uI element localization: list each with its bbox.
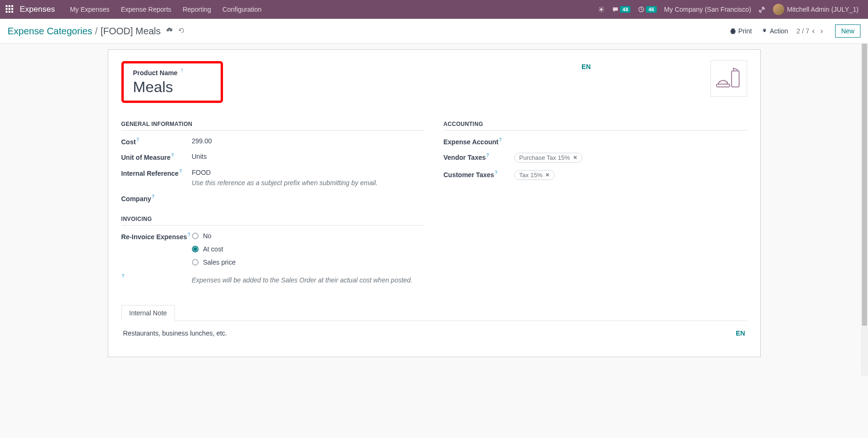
user-name: Mitchell Admin (JULY_1) [787,6,859,13]
pager-value[interactable]: 2 / 7 [796,27,809,35]
help-icon[interactable]: ? [151,194,154,199]
customer-tax-tag: Tax 15%✕ [514,170,555,180]
svg-point-5 [724,81,725,82]
internal-note-text[interactable]: Restaurants, business lunches, etc. [123,329,736,337]
print-button[interactable]: Print [725,27,757,35]
nav-configuration[interactable]: Configuration [217,6,267,13]
help-icon[interactable]: ? [180,68,183,73]
messaging-icon[interactable]: 48 [608,6,634,13]
radio-at-cost[interactable]: At cost [192,245,425,253]
pager-next-icon[interactable]: › [818,27,826,35]
remove-tag-icon[interactable]: ✕ [545,172,549,178]
control-bar: Expense Categories / [FOOD] Meals Print … [0,19,868,44]
user-menu[interactable]: Mitchell Admin (JULY_1) [769,4,862,15]
vendor-tax-tag: Purchase Tax 15%✕ [514,153,582,163]
breadcrumb-sep: / [95,26,98,37]
help-icon[interactable]: ? [179,169,182,174]
tab-internal-note[interactable]: Internal Note [121,305,175,321]
cost-label: Cost [121,138,136,145]
activities-icon[interactable]: 46 [634,6,660,13]
internal-ref-value[interactable]: FOOD [192,169,425,176]
tab-content: Restaurants, business lunches, etc. EN [121,321,747,345]
cost-value[interactable]: 299.00 [192,137,425,145]
breadcrumb: Expense Categories / [FOOD] Meals [8,26,160,37]
uom-value[interactable]: Units [192,153,425,160]
tools-icon[interactable] [755,6,769,13]
nav-my-expenses[interactable]: My Expenses [64,6,115,13]
internal-ref-hint: Use this reference as a subject prefix w… [192,179,425,187]
apps-icon[interactable] [6,5,14,14]
reinvoice-hint: Expenses will be added to the Sales Orde… [192,276,425,284]
vendor-taxes-field[interactable]: Purchase Tax 15%✕ [514,153,747,163]
scrollbar-track[interactable] [861,44,868,376]
note-language-toggle[interactable]: EN [736,329,745,337]
product-name-value[interactable]: Meals [133,78,183,96]
scrollbar-thumb[interactable] [862,44,867,326]
section-accounting: ACCOUNTING [444,121,747,131]
uom-label: Unit of Measure [121,154,171,161]
debug-icon[interactable] [594,6,608,13]
right-column: ACCOUNTING Expense Account? Vendor Taxes… [444,117,747,291]
section-invoicing: INVOICING [121,216,425,226]
help-icon[interactable]: ? [122,274,125,279]
nav-expense-reports[interactable]: Expense Reports [115,6,177,13]
radio-no[interactable]: No [192,232,425,240]
product-name-block[interactable]: Product Name ? Meals [121,61,223,103]
help-icon[interactable]: ? [136,137,139,142]
top-navbar: Expenses My Expenses Expense Reports Rep… [0,0,868,19]
customer-taxes-label: Customer Taxes [444,171,494,179]
notebook-tabs: Internal Note [121,305,747,321]
new-button[interactable]: New [835,24,860,38]
help-icon[interactable]: ? [486,153,489,158]
svg-point-6 [725,82,726,83]
help-icon[interactable]: ? [171,153,174,158]
help-icon[interactable]: ? [494,170,497,175]
section-general: GENERAL INFORMATION [121,121,425,131]
language-toggle[interactable]: EN [581,63,590,70]
messaging-badge: 48 [620,6,630,13]
cloud-save-icon[interactable] [166,27,173,35]
app-title[interactable]: Expenses [20,5,55,14]
nav-reporting[interactable]: Reporting [177,6,217,13]
pager-prev-icon[interactable]: ‹ [809,27,817,35]
customer-taxes-field[interactable]: Tax 15%✕ [514,170,747,180]
reinvoice-label: Re-Invoice Expenses [121,233,187,240]
remove-tag-icon[interactable]: ✕ [573,155,577,161]
svg-point-4 [721,82,722,83]
company-label: Company [121,195,151,203]
help-icon[interactable]: ? [499,137,502,142]
svg-point-0 [600,8,602,10]
expense-account-label: Expense Account [444,138,499,145]
vendor-taxes-label: Vendor Taxes [444,154,486,161]
activities-badge: 46 [646,6,656,13]
left-column: GENERAL INFORMATION Cost? 299.00 Unit of… [121,117,425,291]
product-image[interactable] [710,60,747,97]
breadcrumb-current: [FOOD] Meals [101,26,161,37]
svg-rect-3 [732,71,739,87]
avatar [773,4,784,15]
internal-ref-label: Internal Reference [121,170,179,177]
reinvoice-radio-group: No At cost Sales price [192,232,425,266]
action-button[interactable]: Action [757,27,793,35]
form-sheet: Product Name ? Meals EN GENERAL INFORMAT… [108,49,761,357]
pager: 2 / 7 ‹ › [793,27,829,35]
breadcrumb-root[interactable]: Expense Categories [8,26,92,37]
product-name-label: Product Name [133,69,178,77]
help-icon[interactable]: ? [188,232,191,237]
radio-sales-price[interactable]: Sales price [192,258,425,266]
discard-icon[interactable] [178,27,185,35]
company-selector[interactable]: My Company (San Francisco) [661,6,755,13]
